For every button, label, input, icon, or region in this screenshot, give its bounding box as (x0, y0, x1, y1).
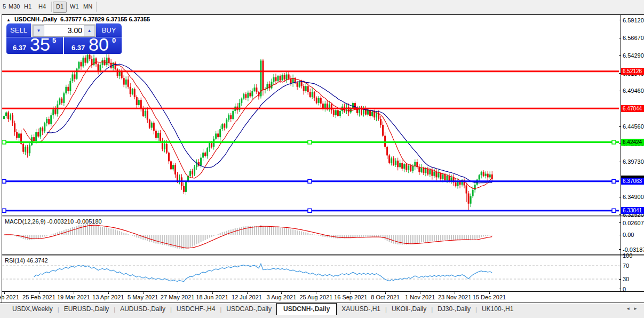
candle-body (352, 103, 354, 108)
candle-body (217, 133, 219, 137)
macd-histogram-bar (472, 235, 473, 240)
macd-histogram-bar (100, 227, 101, 235)
macd-histogram-bar (383, 235, 384, 238)
timeframe-button-h1[interactable]: H1 (21, 2, 34, 12)
chart-tab-dj30-daily[interactable]: DJ30-,Daily (433, 304, 475, 315)
macd-histogram-bar (211, 235, 212, 237)
macd-axis-tick: 0.02607 (623, 220, 644, 226)
level-line-handle[interactable] (612, 209, 616, 212)
rsi-axis-tickmark (619, 279, 621, 280)
candle-body (446, 176, 448, 180)
macd-histogram-bar (256, 226, 257, 235)
candle-body (393, 158, 394, 165)
level-line-handle[interactable] (2, 179, 6, 183)
macd-histogram-bar (335, 235, 336, 238)
timeframe-button-mn[interactable]: MN (81, 2, 95, 12)
candle-body (35, 132, 37, 141)
candle-body (408, 166, 409, 170)
level-line-handle[interactable] (2, 140, 6, 144)
candle-body (429, 170, 431, 174)
status-strip (0, 315, 644, 318)
macd-histogram-bar (222, 232, 223, 235)
macd-histogram-bar (117, 230, 118, 235)
candle-body (134, 89, 136, 97)
candle-body (48, 119, 50, 124)
macd-histogram-bar (451, 235, 452, 240)
macd-histogram-bar (275, 227, 276, 235)
chart-tab-usdcad-daily[interactable]: USDCAD-,Daily (221, 304, 276, 315)
timeframe-button-m30[interactable]: M30 (6, 2, 22, 12)
candle-body (46, 119, 47, 123)
rsi-axis-tick: 0 (623, 286, 644, 292)
chart-tab-xauusd-h1[interactable]: XAUUSD-,H1 (337, 304, 385, 315)
candle-body (202, 153, 204, 158)
level-line-handle[interactable] (612, 179, 616, 183)
macd-histogram-bar (290, 229, 291, 235)
macd-histogram-bar (51, 235, 52, 235)
candle-body (69, 81, 71, 91)
candle-body (282, 75, 283, 81)
date-axis-label: 3 Feb 2021 (0, 294, 19, 300)
date-axis-label: 12 Jul 2021 (232, 294, 262, 300)
macd-histogram-bar (444, 235, 446, 240)
tab-scroll-arrows[interactable]: ◄► (626, 306, 641, 311)
candle-body (12, 115, 13, 123)
level-line-handle[interactable] (308, 179, 312, 183)
macd-histogram-bar (29, 235, 30, 240)
macd-histogram-bar (188, 235, 189, 248)
macd-histogram-bar (417, 235, 418, 243)
volume-input[interactable]: 3.00 (45, 25, 82, 36)
sell-button[interactable]: SELL (6, 23, 31, 37)
chart-tab-usdchf-h4[interactable]: USDCHF-,H4 (172, 304, 220, 315)
macd-histogram-bar (370, 235, 371, 237)
timeframe-button-d1[interactable]: D1 (53, 2, 67, 13)
rsi-indicator-canvas[interactable] (2, 256, 619, 291)
chart-tab-uk100-h1[interactable]: UK100-,H1 (477, 304, 518, 315)
level-line-handle[interactable] (612, 140, 616, 144)
macd-histogram-bar (192, 235, 193, 247)
macd-histogram-bar (140, 235, 141, 239)
candle-body (442, 174, 443, 179)
chart-tab-eurusd-daily[interactable]: EURUSD-,Daily (59, 304, 114, 315)
macd-histogram-bar (453, 235, 454, 240)
macd-histogram-bar (142, 235, 144, 240)
macd-histogram-bar (151, 235, 152, 242)
macd-histogram-bar (190, 235, 191, 248)
candle-body (117, 69, 118, 76)
price-axis-tick: 6.34900 (623, 194, 644, 200)
price-pane-border (2, 216, 644, 216)
macd-histogram-bar (91, 225, 92, 235)
macd-histogram-bar (49, 235, 50, 235)
chart-tab-ukoil-daily[interactable]: UKOil-,Daily (387, 304, 431, 315)
price-axis-tick: 6.39730 (623, 158, 644, 165)
chart-title: USDCNH-,Daily (14, 16, 57, 22)
collapse-panel-icon[interactable]: ▲ (6, 18, 11, 22)
candle-body (204, 153, 206, 156)
candle-body (435, 171, 437, 177)
macd-histogram-bar (485, 235, 486, 236)
rsi-axis-tick: 100 (623, 252, 644, 259)
level-line-handle[interactable] (308, 140, 312, 144)
candle-body (174, 165, 176, 174)
macd-histogram-bar (320, 235, 321, 236)
candle-body (59, 99, 60, 105)
level-line-handle[interactable] (308, 209, 312, 212)
candle-body (371, 112, 373, 116)
timeframe-button-h4[interactable]: H4 (36, 2, 49, 12)
candle-body (380, 119, 381, 125)
level-line-handle[interactable] (2, 209, 6, 212)
macd-histogram-bar (205, 235, 206, 240)
macd-histogram-bar (46, 235, 47, 236)
macd-histogram-bar (157, 235, 158, 244)
price-axis-tickmark (619, 38, 621, 38)
sell-price-display[interactable]: 6.37 35 5 (6, 37, 63, 54)
sell-price-small: 6.37 (13, 44, 26, 52)
date-axis-label: 5 May 2021 (128, 294, 158, 300)
chart-tab-audusd-daily[interactable]: AUDUSD-,Daily (115, 304, 170, 315)
timeframe-button-w1[interactable]: W1 (67, 2, 82, 12)
macd-histogram-bar (489, 235, 490, 235)
terminal-window: 5M30H1H4D1W1MN ▲USDCNH-,Daily6.37577 6.3… (0, 0, 644, 318)
buy-price-display[interactable]: 6.37 80 0 (64, 37, 122, 54)
chart-tab-usdx-weekly[interactable]: USDX,Weekly (7, 304, 58, 315)
chart-tab-usdcnh-daily[interactable]: USDCNH-,Daily (276, 303, 337, 315)
